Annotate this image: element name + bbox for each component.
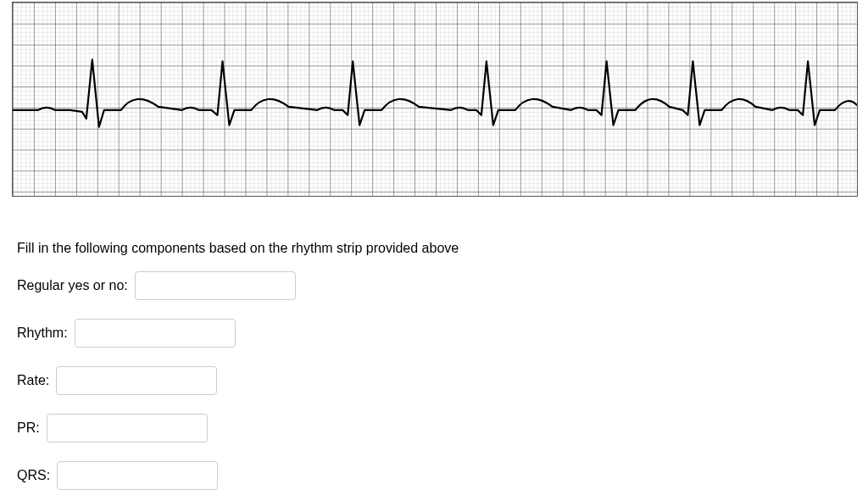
label-rate: Rate: [17, 373, 49, 388]
field-qrs: QRS: [17, 461, 868, 490]
label-qrs: QRS: [17, 468, 50, 483]
field-regular: Regular yes or no: [17, 271, 868, 300]
field-pr: PR: [17, 414, 868, 443]
ecg-grid [13, 3, 857, 196]
field-rate: Rate: [17, 366, 868, 395]
input-rhythm[interactable] [75, 319, 236, 348]
input-regular[interactable] [135, 271, 296, 300]
label-regular: Regular yes or no: [17, 278, 128, 293]
input-pr[interactable] [47, 414, 208, 443]
label-pr: PR: [17, 420, 40, 436]
ecg-rhythm-strip [12, 2, 858, 197]
input-qrs[interactable] [57, 461, 218, 490]
label-rhythm: Rhythm: [17, 326, 68, 341]
field-rhythm: Rhythm: [17, 319, 868, 348]
form-section: Fill in the following components based o… [0, 197, 868, 490]
input-rate[interactable] [56, 366, 217, 395]
instruction-text: Fill in the following components based o… [17, 241, 868, 256]
